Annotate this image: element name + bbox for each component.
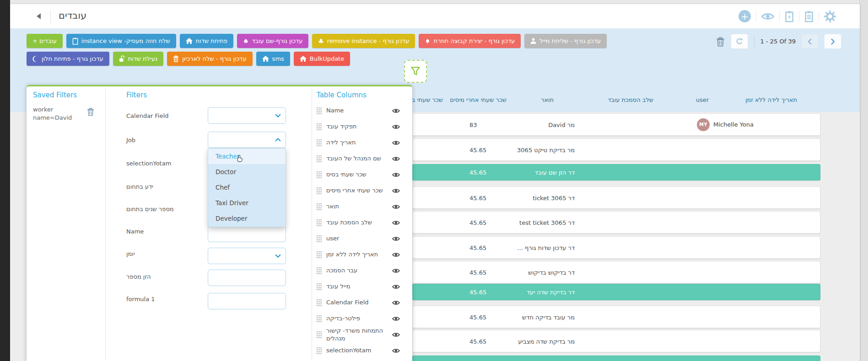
eye-icon[interactable] xyxy=(761,12,774,21)
column-header-degree[interactable]: תואר xyxy=(541,96,554,103)
drag-handle-icon[interactable] xyxy=(317,219,322,226)
bulk-update-remove-instance-button[interactable]: ♣ עדכון גורף - remove instance xyxy=(312,34,415,48)
table-column-item[interactable]: Calendar Field xyxy=(317,295,407,311)
eye-toggle-icon[interactable] xyxy=(392,236,400,241)
table-column-item[interactable]: שם המנהל של העובד xyxy=(317,151,407,167)
eye-toggle-icon[interactable] xyxy=(392,268,400,273)
drag-handle-icon[interactable] xyxy=(317,107,322,114)
eye-toggle-icon[interactable] xyxy=(392,188,400,193)
name-input[interactable] xyxy=(208,226,286,242)
drag-handle-icon[interactable] xyxy=(317,331,322,338)
table-column-item[interactable]: תאריך לידה ללא זמן xyxy=(317,247,407,263)
table-row[interactable]: 83 מר David MY Michelle Yona xyxy=(412,113,820,136)
calendar-select[interactable] xyxy=(208,248,286,264)
filter-toggle-button[interactable] xyxy=(404,60,427,83)
drag-handle-icon[interactable] xyxy=(317,203,322,210)
table-column-item[interactable]: עבר הסמכה xyxy=(317,263,407,279)
trash-icon[interactable] xyxy=(716,37,725,47)
drag-handle-icon[interactable] xyxy=(317,187,322,194)
gear-icon[interactable] xyxy=(824,11,836,22)
table-row-partial[interactable] xyxy=(412,356,820,361)
drag-handle-icon[interactable] xyxy=(317,171,322,178)
table-column-item[interactable]: תאריך לידה xyxy=(317,135,407,151)
table-column-item[interactable]: שכר שעתי בסיס xyxy=(317,167,407,183)
bulk-update-worker-name-button[interactable]: ♠ עדכון גורף-שם עובד xyxy=(237,34,308,48)
job-option-teacher[interactable]: Teacher xyxy=(208,149,286,164)
eye-toggle-icon[interactable] xyxy=(392,348,400,353)
drag-handle-icon[interactable] xyxy=(317,315,322,322)
add-employees-button[interactable]: עובדים + xyxy=(27,34,63,48)
table-row[interactable]: 45.65 דר test ticket 3065 xyxy=(412,211,820,234)
page-scrollbar[interactable] xyxy=(859,0,868,361)
table-row[interactable]: 45.65 מר בדיקת טיקט 3065 xyxy=(412,138,820,161)
eye-toggle-icon[interactable] xyxy=(392,140,400,145)
clipboard-bolt-icon[interactable] xyxy=(785,11,794,22)
prev-page-button[interactable] xyxy=(802,34,818,48)
drag-handle-icon[interactable] xyxy=(317,347,322,354)
eye-toggle-icon[interactable] xyxy=(392,300,400,305)
job-option-developer[interactable]: Developer xyxy=(208,211,286,226)
bulkupdate-button[interactable]: BulkUpdate xyxy=(294,52,350,66)
table-column-item[interactable]: תפקיד עובד xyxy=(317,119,407,135)
eye-toggle-icon[interactable] xyxy=(392,284,400,289)
back-arrow-icon[interactable] xyxy=(36,13,41,20)
eye-toggle-icon[interactable] xyxy=(392,172,400,177)
bulk-update-open-window-button[interactable]: עדכון גורף - פתיחת חלון xyxy=(27,52,109,66)
eye-toggle-icon[interactable] xyxy=(392,252,400,257)
table-row[interactable]: 45.65 דר ticket 3065 xyxy=(412,186,820,209)
eye-toggle-icon[interactable] xyxy=(392,124,400,129)
table-row[interactable]: 45.65 דר עדכון שדות גורף ... xyxy=(412,236,820,259)
table-column-item[interactable]: שלב הסמכת עובד xyxy=(317,215,407,231)
job-option-doctor[interactable]: Doctor xyxy=(208,164,286,180)
eye-toggle-icon[interactable] xyxy=(392,108,400,113)
next-page-button[interactable] xyxy=(824,34,841,49)
eye-toggle-icon[interactable] xyxy=(392,220,400,225)
table-column-item[interactable]: user xyxy=(317,231,407,247)
refresh-button[interactable] xyxy=(731,34,748,49)
drag-handle-icon[interactable] xyxy=(317,123,322,130)
table-column-item[interactable]: תואר xyxy=(317,199,407,215)
eye-toggle-icon[interactable] xyxy=(392,332,400,337)
drag-handle-icon[interactable] xyxy=(317,283,322,290)
add-icon[interactable]: + xyxy=(739,10,751,22)
send-contract-instance-view-button[interactable]: שלח חוזה מעסיק- instance view xyxy=(66,34,176,48)
clipboard-icon[interactable] xyxy=(804,11,814,22)
table-row[interactable]: 45.65 מר עובד בדיקה חדש xyxy=(412,306,820,328)
table-column-item[interactable]: שכר שעתי אחרי מיסים xyxy=(317,183,407,199)
job-option-chef[interactable]: Chef xyxy=(208,180,286,195)
column-header-after-tax-salary[interactable]: שכר שעתי אחרי מיסים xyxy=(450,96,507,103)
table-column-item[interactable]: selectionYotam xyxy=(317,343,407,359)
column-header-birthdate-no-time[interactable]: תאריך לידה ללא זמן xyxy=(745,96,797,103)
table-row[interactable]: 45.65 דר בדיקוש בדיקוש xyxy=(412,261,820,283)
lock-fields-button[interactable]: נעילת שדות xyxy=(113,52,164,66)
column-header-user[interactable]: user xyxy=(696,96,709,103)
eye-toggle-icon[interactable] xyxy=(392,204,400,209)
eye-toggle-icon[interactable] xyxy=(392,156,400,161)
saved-filter-item[interactable]: worker name=David xyxy=(33,106,102,122)
table-column-item[interactable]: פילטר-בדיקה xyxy=(317,311,407,327)
bulk-update-send-to-archive-button[interactable]: עדכון גורף - שלח לארכיון xyxy=(167,52,252,66)
eye-toggle-icon[interactable] xyxy=(392,316,400,321)
bulk-update-send-mail-button[interactable]: עדכון גורף - שליחת מייל xyxy=(524,34,607,48)
drag-handle-icon[interactable] xyxy=(317,299,322,306)
drag-handle-icon[interactable] xyxy=(317,139,322,146)
drag-handle-icon[interactable] xyxy=(317,235,322,242)
sms-button[interactable]: sms xyxy=(256,52,290,66)
table-column-item[interactable]: מייל עובד xyxy=(317,279,407,295)
bulk-update-recurring-group-button[interactable]: ♦ עדכון גורף - יצירת קבוצה חוזרת xyxy=(419,34,521,48)
calendar-field-select[interactable] xyxy=(208,107,286,124)
drag-handle-icon[interactable] xyxy=(317,251,322,258)
job-option-taxi-driver[interactable]: Taxi Driver xyxy=(208,195,286,211)
drag-handle-icon[interactable] xyxy=(317,155,322,162)
table-column-item[interactable]: Name xyxy=(317,103,407,119)
table-row-selected[interactable]: 45.65 דר בדיקת שדה יעד xyxy=(412,284,820,300)
table-row-selected[interactable]: 45.65 דר הזן שם עובד xyxy=(412,164,820,180)
enter-number-input[interactable] xyxy=(208,270,286,286)
delete-saved-filter-icon[interactable] xyxy=(87,107,94,116)
column-header-certification-stage[interactable]: שלב הסמכת עובד xyxy=(608,96,653,103)
job-select[interactable] xyxy=(208,132,286,148)
open-fields-button[interactable]: פתיחת שדות xyxy=(180,34,233,48)
formula-1-input[interactable] xyxy=(208,293,286,309)
table-column-item[interactable]: התמחות משרד- קישור מנהלים xyxy=(317,327,407,343)
table-row[interactable]: 45.65 מר בדיקת שדה מצביע xyxy=(412,330,820,352)
